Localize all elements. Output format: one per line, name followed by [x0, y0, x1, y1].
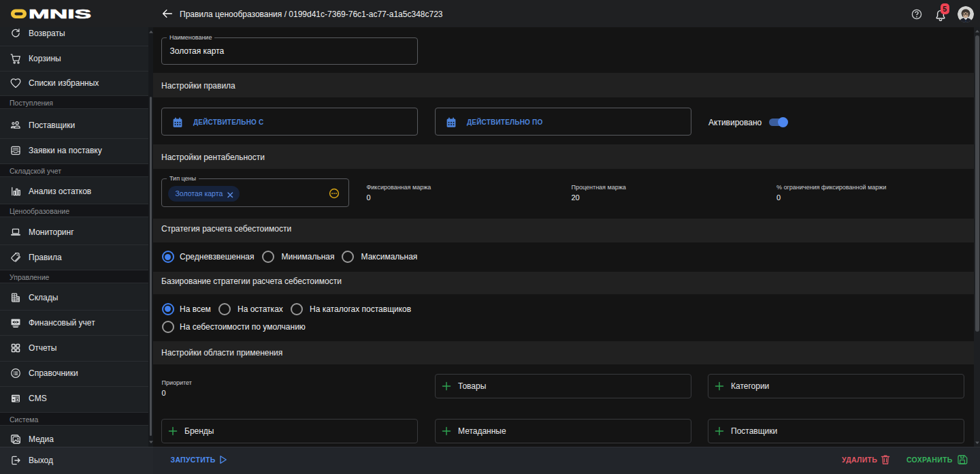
- svg-text:MNIS: MNIS: [29, 9, 91, 20]
